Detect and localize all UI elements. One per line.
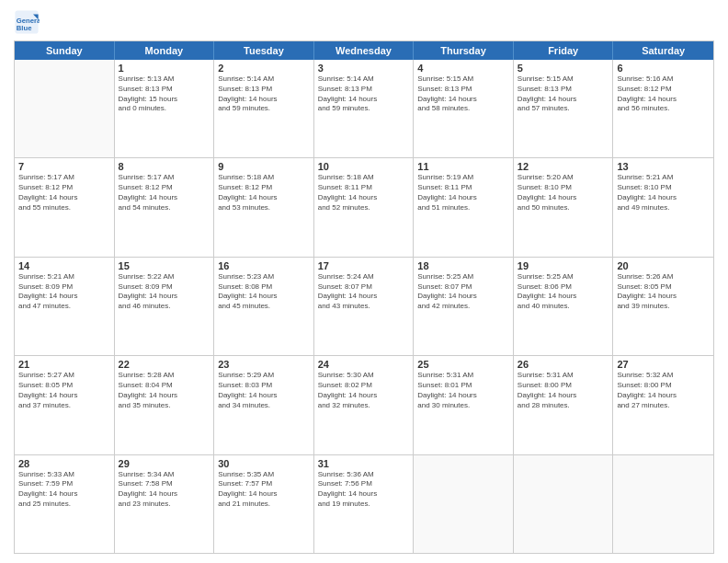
day-cell-9: 9Sunrise: 5:18 AMSunset: 8:12 PMDaylight… [214,158,314,256]
day-cell-23: 23Sunrise: 5:29 AMSunset: 8:03 PMDayligh… [214,356,314,454]
day-cell-30: 30Sunrise: 5:35 AMSunset: 7:57 PMDayligh… [214,455,314,553]
day-number: 7 [18,161,110,172]
day-cell-3: 3Sunrise: 5:14 AMSunset: 8:13 PMDaylight… [314,60,415,157]
day-info: Sunrise: 5:36 AMSunset: 7:56 PMDaylight:… [318,470,410,510]
day-cell-13: 13Sunrise: 5:21 AMSunset: 8:10 PMDayligh… [613,158,713,256]
day-number: 12 [518,161,609,172]
day-info: Sunrise: 5:25 AMSunset: 8:07 PMDaylight:… [417,272,509,312]
day-info: Sunrise: 5:34 AMSunset: 7:58 PMDaylight:… [119,470,210,510]
page: General Blue SundayMondayTuesdayWednesda… [0,0,728,563]
calendar-row-1: 7Sunrise: 5:17 AMSunset: 8:12 PMDaylight… [15,158,713,257]
header: General Blue [14,9,714,35]
day-info: Sunrise: 5:33 AMSunset: 7:59 PMDaylight:… [18,470,110,510]
day-cell-22: 22Sunrise: 5:28 AMSunset: 8:04 PMDayligh… [115,356,215,454]
day-cell-29: 29Sunrise: 5:34 AMSunset: 7:58 PMDayligh… [115,455,215,553]
day-cell-5: 5Sunrise: 5:15 AMSunset: 8:13 PMDaylight… [514,60,614,157]
day-info: Sunrise: 5:18 AMSunset: 8:11 PMDaylight:… [318,173,410,213]
empty-cell-4-4 [414,455,514,553]
day-number: 30 [218,458,310,469]
calendar-header: SundayMondayTuesdayWednesdayThursdayFrid… [15,41,713,60]
day-cell-15: 15Sunrise: 5:22 AMSunset: 8:09 PMDayligh… [115,258,215,355]
day-number: 23 [218,359,310,370]
day-number: 1 [119,63,210,74]
day-number: 5 [518,63,609,74]
day-cell-24: 24Sunrise: 5:30 AMSunset: 8:02 PMDayligh… [314,356,415,454]
day-number: 9 [218,161,310,172]
day-cell-11: 11Sunrise: 5:19 AMSunset: 8:11 PMDayligh… [414,158,514,256]
day-number: 17 [318,260,410,271]
day-number: 6 [617,63,710,74]
logo-icon: General Blue [14,9,40,35]
day-cell-2: 2Sunrise: 5:14 AMSunset: 8:13 PMDaylight… [214,60,314,157]
calendar-row-0: 1Sunrise: 5:13 AMSunset: 8:13 PMDaylight… [15,60,713,158]
day-cell-12: 12Sunrise: 5:20 AMSunset: 8:10 PMDayligh… [514,158,614,256]
day-number: 16 [218,260,310,271]
day-info: Sunrise: 5:17 AMSunset: 8:12 PMDaylight:… [119,173,210,213]
day-info: Sunrise: 5:21 AMSunset: 8:10 PMDaylight:… [617,173,710,213]
day-info: Sunrise: 5:17 AMSunset: 8:12 PMDaylight:… [18,173,110,213]
day-number: 10 [318,161,410,172]
day-info: Sunrise: 5:35 AMSunset: 7:57 PMDaylight:… [218,470,310,510]
day-info: Sunrise: 5:24 AMSunset: 8:07 PMDaylight:… [318,272,410,312]
day-number: 8 [119,161,210,172]
day-cell-10: 10Sunrise: 5:18 AMSunset: 8:11 PMDayligh… [314,158,415,256]
day-cell-26: 26Sunrise: 5:31 AMSunset: 8:00 PMDayligh… [514,356,614,454]
day-number: 11 [417,161,509,172]
day-cell-17: 17Sunrise: 5:24 AMSunset: 8:07 PMDayligh… [314,258,415,355]
weekday-header-sunday: Sunday [15,41,115,60]
day-cell-19: 19Sunrise: 5:25 AMSunset: 8:06 PMDayligh… [514,258,614,355]
svg-text:Blue: Blue [17,24,32,32]
day-info: Sunrise: 5:31 AMSunset: 8:01 PMDaylight:… [417,371,509,410]
calendar-row-3: 21Sunrise: 5:27 AMSunset: 8:05 PMDayligh… [15,356,713,454]
calendar-row-4: 28Sunrise: 5:33 AMSunset: 7:59 PMDayligh… [15,455,713,553]
weekday-header-wednesday: Wednesday [314,41,415,60]
day-cell-16: 16Sunrise: 5:23 AMSunset: 8:08 PMDayligh… [214,258,314,355]
day-cell-4: 4Sunrise: 5:15 AMSunset: 8:13 PMDaylight… [414,60,514,157]
day-number: 25 [417,359,509,370]
logo: General Blue [14,9,41,35]
day-number: 26 [518,359,609,370]
day-info: Sunrise: 5:29 AMSunset: 8:03 PMDaylight:… [218,371,310,410]
day-info: Sunrise: 5:25 AMSunset: 8:06 PMDaylight:… [518,272,609,312]
day-cell-18: 18Sunrise: 5:25 AMSunset: 8:07 PMDayligh… [414,258,514,355]
day-info: Sunrise: 5:32 AMSunset: 8:00 PMDaylight:… [617,371,710,410]
day-info: Sunrise: 5:20 AMSunset: 8:10 PMDaylight:… [518,173,609,213]
empty-cell-4-5 [514,455,614,553]
day-info: Sunrise: 5:14 AMSunset: 8:13 PMDaylight:… [318,75,410,114]
day-cell-21: 21Sunrise: 5:27 AMSunset: 8:05 PMDayligh… [15,356,115,454]
day-number: 22 [119,359,210,370]
day-number: 15 [119,260,210,271]
weekday-header-friday: Friday [514,41,614,60]
day-number: 3 [318,63,410,74]
day-info: Sunrise: 5:21 AMSunset: 8:09 PMDaylight:… [18,272,110,312]
day-cell-6: 6Sunrise: 5:16 AMSunset: 8:12 PMDaylight… [613,60,713,157]
calendar-row-2: 14Sunrise: 5:21 AMSunset: 8:09 PMDayligh… [15,258,713,356]
day-number: 24 [318,359,410,370]
day-info: Sunrise: 5:13 AMSunset: 8:13 PMDaylight:… [119,75,210,114]
day-info: Sunrise: 5:16 AMSunset: 8:12 PMDaylight:… [617,75,710,114]
day-number: 19 [518,260,609,271]
day-number: 4 [417,63,509,74]
weekday-header-monday: Monday [115,41,215,60]
calendar: SundayMondayTuesdayWednesdayThursdayFrid… [14,40,714,554]
day-info: Sunrise: 5:15 AMSunset: 8:13 PMDaylight:… [417,75,509,114]
day-cell-7: 7Sunrise: 5:17 AMSunset: 8:12 PMDaylight… [15,158,115,256]
day-cell-1: 1Sunrise: 5:13 AMSunset: 8:13 PMDaylight… [115,60,215,157]
day-info: Sunrise: 5:22 AMSunset: 8:09 PMDaylight:… [119,272,210,312]
weekday-header-saturday: Saturday [613,41,713,60]
day-cell-31: 31Sunrise: 5:36 AMSunset: 7:56 PMDayligh… [314,455,415,553]
day-number: 27 [617,359,710,370]
day-info: Sunrise: 5:14 AMSunset: 8:13 PMDaylight:… [218,75,310,114]
day-info: Sunrise: 5:23 AMSunset: 8:08 PMDaylight:… [218,272,310,312]
day-info: Sunrise: 5:27 AMSunset: 8:05 PMDaylight:… [18,371,110,410]
day-cell-14: 14Sunrise: 5:21 AMSunset: 8:09 PMDayligh… [15,258,115,355]
day-number: 18 [417,260,509,271]
day-cell-28: 28Sunrise: 5:33 AMSunset: 7:59 PMDayligh… [15,455,115,553]
day-number: 29 [119,458,210,469]
day-info: Sunrise: 5:30 AMSunset: 8:02 PMDaylight:… [318,371,410,410]
weekday-header-tuesday: Tuesday [214,41,314,60]
day-info: Sunrise: 5:19 AMSunset: 8:11 PMDaylight:… [417,173,509,213]
day-info: Sunrise: 5:26 AMSunset: 8:05 PMDaylight:… [617,272,710,312]
weekday-header-thursday: Thursday [414,41,514,60]
day-info: Sunrise: 5:31 AMSunset: 8:00 PMDaylight:… [518,371,609,410]
